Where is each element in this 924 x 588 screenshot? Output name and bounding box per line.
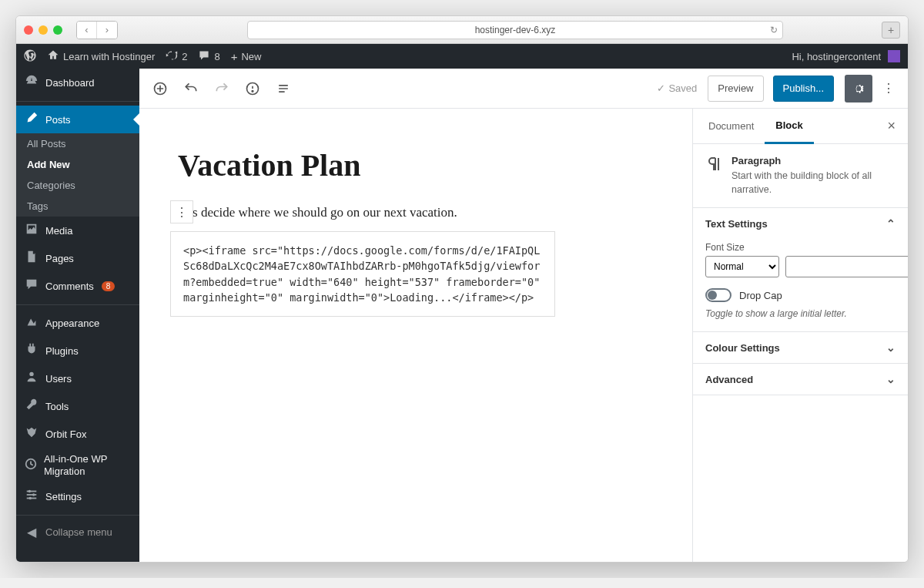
submenu-add-new[interactable]: Add New [16, 154, 139, 175]
avatar [888, 50, 900, 62]
menu-tools[interactable]: Tools [16, 392, 139, 420]
svg-point-6 [32, 493, 35, 496]
tab-document[interactable]: Document [698, 109, 765, 143]
svg-point-5 [28, 490, 32, 493]
menu-media[interactable]: Media [16, 217, 139, 244]
window-minimize-button[interactable] [38, 25, 48, 35]
home-icon [47, 49, 59, 63]
browser-url-text: hostinger-dev-6.xyz [475, 25, 556, 35]
menu-plugins[interactable]: Plugins [16, 337, 139, 365]
close-settings-button[interactable]: × [879, 118, 903, 134]
menu-label: Pages [45, 253, 74, 264]
preview-button[interactable]: Preview [708, 76, 763, 102]
menu-orbit-fox[interactable]: Orbit Fox [16, 420, 139, 448]
add-block-button[interactable] [147, 76, 173, 102]
submenu-tags[interactable]: Tags [16, 196, 139, 217]
menu-label: Users [45, 373, 72, 385]
html-block[interactable]: <p><iframe src="https://docs.google.com/… [170, 231, 555, 317]
wp-logo-menu[interactable] [24, 49, 36, 63]
updates-icon [166, 49, 178, 63]
menu-label: Dashboard [45, 77, 95, 89]
tab-block[interactable]: Block [765, 109, 813, 144]
block-editor: ✓ Saved Preview Publish... ⋮ Vacation Pl… [139, 69, 908, 562]
users-icon [24, 370, 39, 387]
new-content-link[interactable]: + New [231, 51, 262, 62]
comments-count: 8 [214, 51, 219, 62]
svg-point-7 [28, 497, 32, 500]
admin-sidebar: Dashboard Posts All Posts Add New Catego… [16, 69, 139, 562]
menu-comments[interactable]: Comments 8 [16, 272, 139, 300]
block-name: Paragraph [732, 155, 896, 166]
orbit-fox-icon [24, 425, 39, 442]
appearance-icon [24, 314, 39, 331]
panel-label: Text Settings [705, 218, 768, 230]
menu-label: Settings [45, 491, 82, 502]
menu-collapse[interactable]: ◀ Collapse menu [16, 519, 139, 545]
block-card: Paragraph Start with the building block … [693, 144, 908, 207]
panel-text-settings[interactable]: Text Settings ⌃ [693, 208, 908, 239]
block-navigation-button[interactable] [270, 76, 296, 102]
menu-label: Plugins [45, 345, 79, 357]
site-name-link[interactable]: Learn with Hostinger [47, 49, 155, 63]
drop-cap-toggle[interactable] [705, 288, 732, 302]
reload-icon[interactable]: ↻ [770, 25, 778, 35]
saved-label: Saved [668, 82, 697, 94]
menu-aio-migration[interactable]: All-in-One WP Migration [16, 448, 139, 482]
chevron-down-icon: ⌄ [886, 341, 896, 354]
plus-icon: + [231, 51, 238, 62]
browser-url-bar[interactable]: hostinger-dev-6.xyz ↻ [247, 21, 783, 39]
browser-nav-buttons: ‹ › [76, 21, 118, 39]
menu-posts[interactable]: Posts [16, 106, 139, 133]
updates-link[interactable]: 2 [166, 49, 187, 63]
menu-dashboard[interactable]: Dashboard [16, 69, 139, 96]
submenu-all-posts[interactable]: All Posts [16, 133, 139, 154]
check-icon: ✓ [657, 82, 665, 94]
menu-pages[interactable]: Pages [16, 244, 139, 272]
drop-cap-label: Drop Cap [739, 290, 782, 301]
redo-button[interactable] [209, 76, 235, 102]
window-maximize-button[interactable] [53, 25, 62, 35]
new-label: New [241, 51, 261, 62]
block-options-button[interactable]: ⋮ [170, 200, 193, 223]
menu-appearance[interactable]: Appearance [16, 309, 139, 337]
tools-icon [24, 398, 39, 415]
user-greeting[interactable]: Hi, hostingercontent [792, 50, 900, 62]
undo-button[interactable] [178, 76, 204, 102]
font-size-select[interactable]: Normal [705, 256, 779, 277]
content-structure-button[interactable] [239, 76, 266, 102]
posts-submenu: All Posts Add New Categories Tags [16, 133, 139, 217]
font-size-custom-input[interactable] [785, 256, 908, 277]
posts-icon [24, 111, 39, 128]
publish-button[interactable]: Publish... [773, 76, 834, 102]
save-status: ✓ Saved [657, 82, 697, 94]
panel-label: Colour Settings [705, 342, 780, 354]
panel-colour-settings[interactable]: Colour Settings ⌄ [693, 332, 908, 363]
comments-icon [24, 277, 39, 294]
greeting-text: Hi, hostingercontent [792, 51, 881, 62]
new-tab-button[interactable]: + [882, 22, 900, 39]
menu-label: Posts [45, 114, 71, 126]
menu-settings[interactable]: Settings [16, 482, 139, 510]
submenu-categories[interactable]: Categories [16, 175, 139, 196]
browser-back-button[interactable]: ‹ [77, 22, 97, 39]
settings-tabs: Document Block × [693, 109, 908, 144]
panel-advanced[interactable]: Advanced ⌄ [693, 364, 908, 395]
plugins-icon [24, 342, 39, 359]
menu-label: Media [45, 225, 72, 237]
more-options-button[interactable]: ⋮ [877, 81, 900, 96]
dashboard-icon [24, 74, 39, 91]
editor-canvas[interactable]: Vacation Plan ⋮ 's decide where we shoul… [139, 109, 692, 562]
settings-toggle-button[interactable] [845, 75, 872, 102]
paragraph-block[interactable]: 's decide where we should go on our next… [190, 205, 661, 220]
browser-forward-button[interactable]: › [97, 22, 117, 39]
updates-count: 2 [182, 51, 187, 62]
post-title[interactable]: Vacation Plan [178, 147, 661, 183]
wordpress-icon [24, 49, 36, 63]
menu-users[interactable]: Users [16, 365, 139, 392]
panel-label: Advanced [705, 374, 753, 385]
window-close-button[interactable] [24, 25, 33, 35]
pages-icon [24, 250, 39, 267]
comments-link[interactable]: 8 [198, 49, 219, 63]
comment-icon [198, 49, 210, 63]
menu-label: Appearance [45, 318, 99, 329]
